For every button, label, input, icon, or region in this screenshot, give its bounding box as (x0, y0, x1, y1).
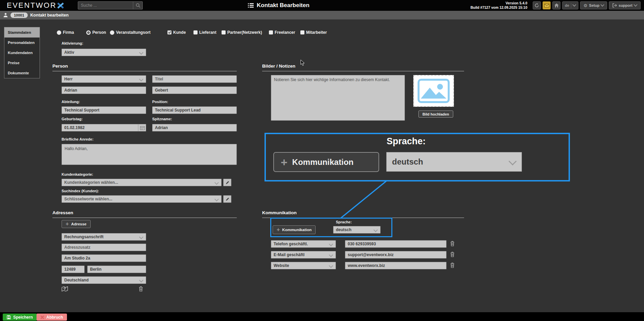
adresszusatz-field[interactable] (62, 244, 146, 251)
refresh-icon (534, 3, 539, 8)
setup-button[interactable]: ⚙ Setup (580, 1, 607, 9)
add-kommunikation-label: Kommunikation (282, 228, 312, 232)
adressen-section-header: Adressen (52, 210, 237, 218)
save-label: Speichern (13, 315, 33, 320)
delete-telefon-trash-icon[interactable] (450, 241, 455, 248)
search-icon[interactable] (133, 2, 142, 9)
calendar-icon[interactable] (138, 124, 146, 131)
brand-logo[interactable]: EVENTWOR (7, 0, 64, 11)
komm-value-telefon[interactable] (345, 240, 446, 248)
aktivierung-select[interactable]: Aktiv (62, 49, 146, 56)
checkbox-lieferant[interactable]: Lieferant (193, 30, 216, 35)
vorname-field[interactable] (62, 87, 146, 94)
contact-image-placeholder[interactable] (413, 75, 454, 107)
titel-field[interactable] (152, 75, 237, 83)
gear-icon: ⚙ (583, 3, 588, 8)
chevron-down-icon (139, 50, 143, 55)
komm-typ-select-website[interactable]: Website (271, 262, 336, 269)
bild-hochladen-button[interactable]: Bild hochladen (418, 110, 453, 118)
position-field[interactable] (152, 106, 237, 114)
geburtstag-field[interactable] (62, 124, 146, 131)
add-adresse-button[interactable]: + Adresse (62, 220, 91, 228)
callout-sprache-label: Sprache: (387, 136, 426, 147)
radio-person[interactable]: Person (86, 30, 106, 35)
map-icon[interactable] (62, 286, 68, 293)
radio-firma[interactable]: Firma (57, 30, 74, 35)
delete-email-trash-icon[interactable] (450, 252, 455, 258)
top-bar: EVENTWOR (0, 0, 644, 11)
callout-sprache-select[interactable]: deutsch (386, 152, 522, 172)
briefanrede-textarea[interactable]: Hallo Adrian, (62, 144, 237, 165)
komm-typ-value: E-Mail geschäftl (274, 252, 304, 257)
chevron-down-icon (508, 157, 516, 165)
position-label: Position: (152, 100, 168, 104)
global-search (78, 1, 143, 9)
adresstyp-select[interactable]: Rechnungsanschrift (62, 233, 146, 241)
checkbox-freelancer[interactable]: Freelancer (269, 30, 295, 35)
radio-veranstaltungsort[interactable]: Veranstaltungsort (110, 30, 151, 35)
support-user-menu[interactable]: support (609, 1, 641, 9)
callout-sprache-value: deutsch (392, 157, 423, 167)
logout-icon (613, 3, 617, 7)
checkbox-mitarbeiter[interactable]: Mitarbeiter (300, 30, 327, 35)
suchindex-edit-button[interactable] (223, 195, 231, 203)
abteilung-label: Abteilung: (62, 100, 80, 104)
brand-text: EVENTWOR (7, 1, 56, 10)
suchindex-select[interactable]: Schlüsselworte wählen... (62, 195, 222, 203)
chevron-down-icon (139, 278, 143, 282)
search-input[interactable] (78, 2, 133, 9)
user-icon (3, 13, 8, 17)
suchindex-label: Suchindex (Kunden): (62, 189, 99, 193)
add-kommunikation-button[interactable]: + Kommunikation (273, 225, 316, 234)
nachname-field[interactable] (152, 87, 237, 94)
support-label: support (619, 3, 632, 7)
sidebar-item-kundendaten[interactable]: Kundendaten (4, 48, 40, 58)
radio-label: Firma (63, 30, 74, 35)
cancel-button[interactable]: Abbruch (37, 314, 67, 321)
aktivierung-value: Aktiv (64, 50, 74, 55)
home-icon (554, 3, 559, 7)
kundenkategorie-select[interactable]: Kundenkategorien wählen... (62, 179, 222, 186)
breadcrumb: 10001 Kontakt bearbeiten (0, 11, 644, 20)
radio-icon (110, 30, 114, 35)
brand-x-icon (57, 2, 64, 9)
land-select[interactable]: Deutschland (62, 276, 146, 284)
ort-field[interactable] (87, 266, 146, 273)
mail-button[interactable] (543, 1, 551, 9)
delete-website-trash-icon[interactable] (450, 263, 455, 269)
envelope-icon (544, 4, 549, 7)
sidebar-item-dokumente[interactable]: Dokumente (4, 68, 40, 78)
checkbox-icon (193, 30, 198, 34)
kundenkategorie-edit-button[interactable] (223, 179, 231, 186)
anrede-select[interactable]: Herr (62, 75, 146, 83)
delete-adresse-trash-icon[interactable] (139, 286, 143, 293)
checkbox-partner-netzwerk[interactable]: Partner(Netzwerk) (222, 30, 262, 35)
komm-typ-select-telefon[interactable]: Telefon geschäftl. (271, 240, 336, 248)
komm-typ-select-email[interactable]: E-Mail geschäftl (271, 251, 336, 258)
topbar-actions: de ⚙ Setup support (533, 1, 641, 9)
radio-label: Veranstaltungsort (116, 30, 151, 35)
image-icon (417, 79, 450, 103)
checkbox-label: Mitarbeiter (306, 30, 327, 35)
komm-value-website[interactable] (345, 262, 446, 269)
komm-typ-value: Telefon geschäftl. (274, 242, 308, 246)
refresh-button[interactable] (533, 1, 541, 9)
sidebar-item-preise[interactable]: Preise (4, 58, 40, 68)
komm-value-email[interactable] (345, 251, 446, 258)
save-button[interactable]: Speichern (3, 314, 37, 321)
sprache-select[interactable]: deutsch (333, 226, 381, 233)
home-button[interactable] (552, 1, 560, 9)
plz-field[interactable] (62, 266, 85, 273)
sidebar-item-personaldaten[interactable]: Personaldaten (4, 38, 40, 48)
notizen-textarea[interactable] (271, 75, 405, 121)
radio-selected-icon (86, 30, 91, 35)
sidebar-item-stammdaten[interactable]: Stammdaten (4, 27, 40, 38)
checkbox-kunde[interactable]: Kunde (167, 30, 186, 35)
komm-typ-value: Website (274, 263, 289, 268)
callout-add-kommunikation-button[interactable]: + Kommunikation (273, 152, 379, 172)
language-dropdown[interactable]: de (562, 1, 578, 9)
pencil-icon (226, 181, 229, 184)
spitzname-field[interactable] (152, 124, 237, 131)
strasse-field[interactable] (62, 254, 146, 262)
abteilung-field[interactable] (62, 106, 146, 114)
